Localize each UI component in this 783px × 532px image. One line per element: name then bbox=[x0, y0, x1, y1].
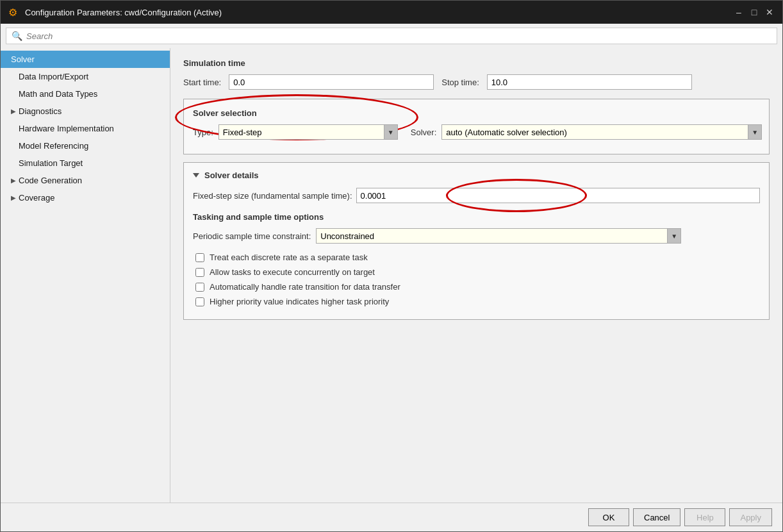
sidebar-item-model-referencing[interactable]: Model Referencing bbox=[1, 137, 170, 154]
search-bar: 🔍 bbox=[6, 28, 777, 44]
solver-details-expand-icon[interactable] bbox=[193, 173, 199, 178]
sidebar-model-label: Model Referencing bbox=[19, 141, 88, 151]
checkbox-label-rate-transition: Automatically handle rate transition for… bbox=[210, 282, 400, 292]
apply-button[interactable]: Apply bbox=[729, 508, 772, 526]
simulation-time-title: Simulation time bbox=[183, 58, 770, 68]
checkbox-rate-transition[interactable] bbox=[195, 283, 204, 292]
start-time-label: Start time: bbox=[183, 78, 221, 87]
sidebar-item-data-import-export[interactable]: Data Import/Export bbox=[1, 68, 170, 85]
periodic-select-wrapper: Unconstrained Specified ▼ bbox=[316, 228, 681, 244]
sidebar-diagnostics-label: Diagnostics bbox=[19, 106, 62, 116]
solver-select-wrapper: auto (Automatic solver selection) ode1 (… bbox=[441, 124, 762, 140]
ok-button[interactable]: OK bbox=[588, 508, 629, 526]
title-bar-left: ⚙ Configuration Parameters: cwd/Configur… bbox=[8, 6, 222, 18]
sidebar-codegen-label: Code Generation bbox=[19, 176, 82, 185]
bottom-bar: OK Cancel Help Apply bbox=[1, 503, 782, 531]
close-button[interactable]: ✕ bbox=[764, 7, 775, 17]
simulation-time-row: Start time: Stop time: bbox=[183, 74, 770, 90]
sidebar-item-hardware-implementation[interactable]: Hardware Implementation bbox=[1, 120, 170, 137]
search-input[interactable] bbox=[26, 31, 771, 41]
solver-details-section: Solver details Fixed-step size (fundamen… bbox=[183, 162, 770, 320]
checkbox-row-4: Higher priority value indicates higher t… bbox=[193, 297, 760, 306]
sidebar-item-diagnostics[interactable]: ▶ Diagnostics bbox=[1, 103, 170, 120]
checkbox-label-higher-priority: Higher priority value indicates higher t… bbox=[210, 297, 389, 306]
diagnostics-arrow-icon: ▶ bbox=[11, 108, 16, 115]
sidebar-simulation-label: Simulation Target bbox=[19, 158, 83, 168]
start-time-input[interactable] bbox=[229, 74, 434, 90]
fixed-step-input[interactable] bbox=[356, 188, 760, 203]
minimize-button[interactable]: – bbox=[734, 7, 744, 17]
content-area: Simulation time Start time: Stop time: S… bbox=[170, 48, 782, 503]
sidebar-math-label: Math and Data Types bbox=[19, 89, 97, 99]
tasking-section-title: Tasking and sample time options bbox=[193, 212, 760, 222]
sidebar-item-math-data-types[interactable]: Math and Data Types bbox=[1, 85, 170, 103]
solver-type-label: Type: bbox=[193, 128, 213, 137]
window-title: Configuration Parameters: cwd/Configurat… bbox=[25, 8, 222, 17]
checkbox-row-2: Allow tasks to execute concurrently on t… bbox=[193, 267, 760, 277]
periodic-constraint-select[interactable]: Unconstrained Specified bbox=[316, 228, 681, 244]
title-bar-controls: – □ ✕ bbox=[734, 7, 775, 17]
solver-details-title: Solver details bbox=[204, 170, 259, 180]
stop-time-input[interactable] bbox=[487, 74, 692, 90]
help-button[interactable]: Help bbox=[684, 508, 725, 526]
cancel-button[interactable]: Cancel bbox=[633, 508, 680, 526]
solver-selection-section: Solver selection Type: Fixed-step Variab… bbox=[183, 99, 770, 154]
coverage-arrow-icon: ▶ bbox=[11, 194, 16, 201]
solver-label: Solver: bbox=[411, 128, 436, 137]
sidebar-item-coverage[interactable]: ▶ Coverage bbox=[1, 189, 170, 206]
solver-type-select[interactable]: Fixed-step Variable-step bbox=[218, 124, 398, 140]
main-area: Solver Data Import/Export Math and Data … bbox=[1, 48, 782, 503]
solver-type-row: Type: Fixed-step Variable-step ▼ Solver:… bbox=[193, 124, 760, 140]
checkbox-row-3: Automatically handle rate transition for… bbox=[193, 282, 760, 292]
title-bar: ⚙ Configuration Parameters: cwd/Configur… bbox=[1, 1, 782, 24]
periodic-constraint-row: Periodic sample time constraint: Unconst… bbox=[193, 228, 760, 244]
sidebar: Solver Data Import/Export Math and Data … bbox=[1, 48, 170, 503]
sidebar-item-solver[interactable]: Solver bbox=[1, 51, 170, 68]
checkbox-label-discrete-rate: Treat each discrete rate as a separate t… bbox=[210, 253, 368, 262]
sidebar-item-code-generation[interactable]: ▶ Code Generation bbox=[1, 172, 170, 189]
sidebar-item-simulation-target[interactable]: Simulation Target bbox=[1, 154, 170, 172]
simulation-time-section: Simulation time Start time: Stop time: bbox=[183, 58, 770, 90]
checkbox-discrete-rate[interactable] bbox=[195, 253, 204, 262]
solver-type-select-wrapper: Fixed-step Variable-step ▼ bbox=[218, 124, 398, 140]
checkbox-label-concurrent: Allow tasks to execute concurrently on t… bbox=[210, 267, 375, 277]
maximize-button[interactable]: □ bbox=[749, 7, 759, 17]
fixed-step-row: Fixed-step size (fundamental sample time… bbox=[193, 188, 760, 203]
search-icon: 🔍 bbox=[12, 31, 22, 41]
app-icon: ⚙ bbox=[8, 6, 20, 18]
checkbox-concurrent[interactable] bbox=[195, 268, 204, 277]
periodic-constraint-label: Periodic sample time constraint: bbox=[193, 231, 311, 241]
sidebar-hardware-label: Hardware Implementation bbox=[19, 124, 114, 133]
main-window: ⚙ Configuration Parameters: cwd/Configur… bbox=[0, 0, 783, 532]
sidebar-coverage-label: Coverage bbox=[19, 193, 54, 203]
stop-time-label: Stop time: bbox=[441, 78, 479, 87]
sidebar-data-import-label: Data Import/Export bbox=[19, 72, 88, 81]
checkbox-row-1: Treat each discrete rate as a separate t… bbox=[193, 253, 760, 262]
code-gen-arrow-icon: ▶ bbox=[11, 177, 16, 184]
fixed-step-label: Fixed-step size (fundamental sample time… bbox=[193, 191, 352, 201]
sidebar-solver-label: Solver bbox=[11, 54, 35, 64]
solver-selection-title: Solver selection bbox=[193, 108, 760, 118]
content-wrapper: Simulation time Start time: Stop time: S… bbox=[183, 58, 770, 320]
solver-details-header: Solver details bbox=[193, 170, 760, 180]
checkbox-higher-priority[interactable] bbox=[195, 297, 204, 306]
solver-select[interactable]: auto (Automatic solver selection) ode1 (… bbox=[441, 124, 762, 140]
